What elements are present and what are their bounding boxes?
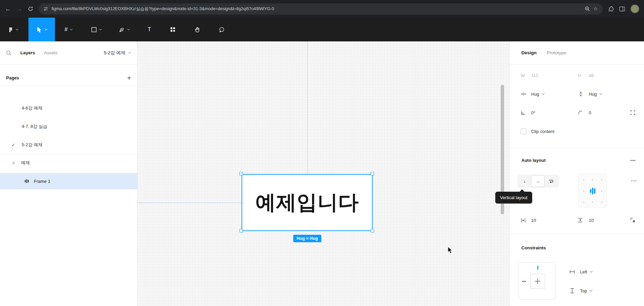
rotation-value[interactable]: 0° <box>531 107 535 119</box>
frame-hash-icon: # <box>12 160 15 166</box>
alignment-guide-horizontal <box>138 203 242 203</box>
text-tool-button[interactable]: T <box>138 18 161 41</box>
auto-layout-more-options[interactable]: ⋯ <box>631 175 637 187</box>
chevron-down-icon <box>70 28 73 31</box>
extensions-icon[interactable] <box>608 6 614 12</box>
constraint-left-indicator[interactable] <box>522 281 526 282</box>
mouse-cursor <box>446 246 454 256</box>
size-badge: Hug × Hug <box>293 235 321 242</box>
layers-panel: Layers Assets 5-2강 예제 Pages + 4-6강 예제 4-… <box>0 41 138 306</box>
clip-content-checkbox[interactable] <box>521 125 526 137</box>
rectangle-icon <box>91 27 97 32</box>
comment-icon <box>219 27 225 33</box>
independent-padding-button[interactable] <box>630 214 636 226</box>
add-page-button[interactable]: + <box>127 75 131 81</box>
horizontal-gap-value[interactable]: 10 <box>531 214 536 226</box>
selected-frame[interactable]: 예제입니다 <box>242 174 373 231</box>
browser-back-button[interactable]: ← <box>5 6 11 12</box>
toolbar-left-group: # T <box>0 18 234 41</box>
page-dropdown[interactable]: 5-2강 예제 <box>104 50 131 56</box>
checkbox-icon <box>521 129 526 134</box>
auto-layout-frame-icon <box>24 179 29 184</box>
right-panel-tabs: Design Prototype <box>510 41 644 64</box>
width-value[interactable]: 112 <box>531 69 538 81</box>
text-tool-icon: T <box>148 26 151 33</box>
vertical-padding-value[interactable]: 10 <box>589 214 594 226</box>
url-text: figma.com/file/8kPDVLWc0slg312EOXBHXz/실습… <box>51 6 274 12</box>
search-icon[interactable] <box>6 50 12 56</box>
corner-radius-value[interactable]: 0 <box>589 107 591 119</box>
divider <box>510 234 644 234</box>
layer-item-selected[interactable]: Frame 1 <box>0 173 137 189</box>
comment-tool-button[interactable] <box>209 18 234 41</box>
horizontal-constraint-icon <box>569 266 575 278</box>
frame-tool-icon: # <box>65 26 68 33</box>
pages-title: Pages <box>6 75 19 80</box>
pen-icon <box>119 27 125 33</box>
tab-prototype[interactable]: Prototype <box>547 50 566 55</box>
tab-design[interactable]: Design <box>521 50 537 55</box>
move-tool-button[interactable] <box>28 18 55 41</box>
independent-corners-button[interactable] <box>630 107 636 119</box>
canvas[interactable]: 예제입니다 Hug × Hug <box>138 41 509 306</box>
chevron-down-icon <box>599 93 602 95</box>
browser-refresh-button[interactable] <box>28 6 33 12</box>
page-dropdown-label: 5-2강 예제 <box>104 50 125 56</box>
resize-handle-bottom-left[interactable] <box>240 229 243 232</box>
main-menu-button[interactable] <box>3 18 24 41</box>
remove-auto-layout-button[interactable]: — <box>630 153 636 167</box>
bookmark-star-icon[interactable]: ☆ <box>594 6 598 12</box>
resize-handle-top-right[interactable] <box>371 172 374 175</box>
height-value[interactable]: 48 <box>589 69 594 81</box>
layout-direction-group: ↓ → <box>517 175 559 188</box>
corner-radius-icon <box>578 107 583 119</box>
alignment-widget[interactable] <box>578 174 607 208</box>
corners-icon <box>630 110 636 115</box>
move-cursor-icon <box>36 26 42 33</box>
resize-handle-bottom-right[interactable] <box>371 229 374 232</box>
vertical-constraint-dropdown[interactable]: Top <box>580 285 593 297</box>
left-panel-tabs: Layers Assets 5-2강 예제 <box>0 41 137 64</box>
resize-handle-top-left[interactable] <box>240 172 243 175</box>
page-item[interactable]: 4-7, 8강 실습 <box>0 117 137 136</box>
hand-tool-button[interactable] <box>185 18 209 41</box>
page-zoom-icon[interactable] <box>585 6 590 12</box>
constraints-title: Constraints <box>521 241 644 254</box>
frame-text[interactable]: 예제입니다 <box>255 189 359 216</box>
layer-group-label: 예제 <box>21 160 30 166</box>
horizontal-constraint-value: Left <box>580 269 587 274</box>
size-row: W 112 H 48 <box>510 69 644 81</box>
clip-content-label: Clip content <box>531 125 555 137</box>
pen-tool-button[interactable] <box>110 18 138 41</box>
resources-icon <box>170 27 175 32</box>
browser-forward-button[interactable]: → <box>16 6 22 12</box>
wrap-layout-button[interactable] <box>544 175 558 187</box>
hug-horizontal-icon <box>521 88 526 100</box>
chevron-up-icon <box>128 52 131 54</box>
vertical-layout-button[interactable]: ↓ <box>518 175 531 187</box>
vertical-constraint-row: Top <box>510 285 644 297</box>
chevron-down-icon <box>44 28 47 31</box>
tab-layers[interactable]: Layers <box>20 50 35 55</box>
address-bar[interactable]: figma.com/file/8kPDVLWc0slg312EOXBHXz/실습… <box>39 3 603 15</box>
horizontal-layout-button[interactable]: → <box>531 175 544 187</box>
resources-tool-button[interactable] <box>161 18 185 41</box>
layer-group-row[interactable]: # 예제 <box>0 155 137 170</box>
frame-tool-button[interactable]: # <box>55 18 83 41</box>
hug-vertical-dropdown[interactable]: Hug <box>589 88 602 100</box>
alignment-guide-vertical <box>307 41 308 174</box>
page-item-current[interactable]: ✓ 5-2강 예제 <box>0 136 137 154</box>
tab-assets[interactable]: Assets <box>44 50 58 55</box>
chevron-down-icon <box>127 28 130 31</box>
horizontal-constraint-dropdown[interactable]: Left <box>580 266 593 278</box>
site-settings-icon[interactable] <box>43 6 48 11</box>
page-item[interactable]: 4-6강 예제 <box>0 99 137 117</box>
divider <box>510 148 644 148</box>
hug-horizontal-dropdown[interactable]: Hug <box>531 88 545 100</box>
constraints-cross-icon <box>537 279 538 284</box>
browser-profile-avatar[interactable] <box>630 4 639 13</box>
alignment-grid-icon <box>578 174 607 208</box>
side-panel-icon[interactable] <box>619 6 625 12</box>
shape-tool-button[interactable] <box>83 18 110 41</box>
tooltip-text: Vertical layout <box>500 195 527 200</box>
